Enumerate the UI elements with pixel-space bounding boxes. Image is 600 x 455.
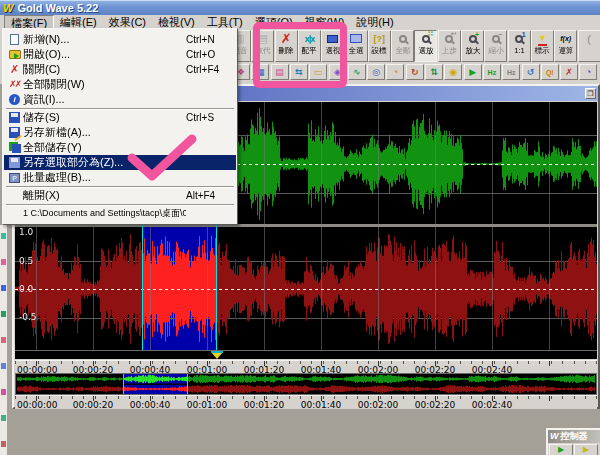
time-label: 00:02:40 <box>472 400 512 410</box>
toolbar-button-marker[interactable]: ▼標示 <box>531 30 554 62</box>
effect-icon-10[interactable]: ↻ <box>406 64 424 80</box>
file-menu-item[interactable]: 開啟(O)...Ctrl+O <box>4 47 236 62</box>
menu-file[interactable]: 檔案(F) <box>4 15 54 29</box>
effect-icon-15[interactable]: Hz <box>502 64 520 80</box>
menu-item-label: 儲存(S) <box>23 110 186 125</box>
toolbar-button-expression[interactable]: f(x)運算 <box>554 30 577 62</box>
toolbar-button-zoom-1-1[interactable]: 11:1 <box>508 30 531 62</box>
new-file-icon <box>6 33 23 46</box>
file-menu-item[interactable]: 儲存(S)Ctrl+S <box>4 110 236 125</box>
set-marker-icon: [?] <box>374 31 386 46</box>
menu-item-label: 資訊(I)... <box>23 92 186 107</box>
menu-help[interactable]: 說明(H) <box>350 15 399 29</box>
menu-view[interactable]: 檢視(V) <box>152 15 201 29</box>
menu-item-shortcut: Ctrl+S <box>186 112 234 123</box>
menu-item-label: 另存新檔(A)... <box>23 125 186 140</box>
time-label: 00:00:20 <box>73 400 113 410</box>
batch-icon: P <box>6 171 23 184</box>
annotation-highlight-rect <box>253 22 347 88</box>
edge-strip-dot <box>1 259 6 265</box>
controller-buttons: ▶▶ <box>548 443 600 455</box>
time-label: 00:02:20 <box>415 400 455 410</box>
zoom-selection-icon: ∷ <box>422 31 430 46</box>
toolbar-button-label: 運算 <box>558 46 573 55</box>
amplitude-label: 0.0 <box>19 285 33 294</box>
toolbar-button-zoom-selection[interactable]: ∷選放 <box>414 30 437 62</box>
time-label: 00:00:40 <box>130 400 170 410</box>
menu-item-shortcut: Ctrl+O <box>186 49 234 60</box>
overview-canvas[interactable] <box>16 374 596 394</box>
goldwave-logo-icon: W <box>3 3 13 14</box>
overview-time-axis: 00:00:0000:00:2000:00:4000:01:0000:01:20… <box>15 395 597 409</box>
sound-window-restore-icon[interactable]: ❐ <box>585 88 596 99</box>
play-selection-button[interactable]: ▶ <box>574 444 598 455</box>
overview-axis-ticks <box>15 396 597 399</box>
file-menu-item[interactable]: ✗關閉(C)Ctrl+F4 <box>4 62 236 77</box>
file-menu-item[interactable]: 另存新檔(A)... <box>4 125 236 140</box>
menu-effect[interactable]: 效果(C) <box>103 15 152 29</box>
zoom-1-1-icon: 1 <box>515 31 523 46</box>
file-menu-item[interactable]: 1 C:\Documents and Settings\tacp\桌面\02.舞… <box>4 206 236 221</box>
toolbar-button-show-all[interactable]: 全顯 <box>391 30 414 62</box>
toolbar-button-label: 1:1 <box>514 46 525 55</box>
zoom-out-icon: − <box>492 31 500 46</box>
menu-item-label: 全部關閉(W) <box>23 77 186 92</box>
effect-icon-16[interactable]: ↺ <box>522 64 540 80</box>
effect-icon-12[interactable]: ◉ <box>444 64 462 80</box>
toolbar-button-zoom-out[interactable]: −縮小 <box>484 30 507 62</box>
effect-icon-18[interactable]: ✗ <box>560 64 578 80</box>
effect-icon-13[interactable]: ▶ <box>464 64 482 80</box>
file-menu-item[interactable]: 新增(N)...Ctrl+N <box>4 32 236 47</box>
marker-icon: ▼ <box>538 31 547 46</box>
amplitude-label: -0.5 <box>19 313 37 322</box>
left-edge-strip <box>0 225 7 455</box>
effect-icon-9[interactable]: ◔ <box>386 64 404 80</box>
menu-item-label: 新增(N)... <box>23 32 186 47</box>
marker-strip[interactable] <box>15 350 597 359</box>
effect-icon-17[interactable]: Q! <box>541 64 559 80</box>
effect-icon-7[interactable]: ∿ <box>348 64 366 80</box>
file-menu-item[interactable]: i資訊(I)... <box>4 92 236 107</box>
file-menu-item[interactable]: P批量處理(B)... <box>4 170 236 185</box>
file-menu-item[interactable]: ✗✗全部關閉(W) <box>4 77 236 92</box>
effect-icon-11[interactable]: ⇅ <box>425 64 443 80</box>
save-as-icon <box>6 126 23 139</box>
time-label: 00:02:00 <box>358 400 398 410</box>
menu-item-label: 1 C:\Documents and Settings\tacp\桌面\02.舞… <box>23 207 186 220</box>
selection-end-marker-icon[interactable] <box>211 352 223 359</box>
time-label: 00:01:40 <box>301 400 341 410</box>
effect-icon-19[interactable]: ◔ <box>579 64 597 80</box>
toolbar-button-label: 全選 <box>348 46 363 55</box>
toolbar-button-previous-zoom[interactable]: ↩上步 <box>438 30 461 62</box>
play-button[interactable]: ▶ <box>549 444 573 455</box>
toolbar-button-label: 標示 <box>535 46 550 55</box>
toolbar-button-select-all[interactable]: 全選 <box>345 30 368 62</box>
toolbar-button-set-marker[interactable]: [?]設標 <box>368 30 391 62</box>
overview-strip[interactable] <box>15 373 597 395</box>
toolbar-button-label: 上步 <box>442 46 457 55</box>
edge-strip-dot <box>1 415 6 421</box>
menu-item-shortcut: Alt+F4 <box>186 190 234 201</box>
toolbar-button-label: 設標 <box>372 46 387 55</box>
toolbar-button-clipped[interactable]: ( <box>578 30 600 62</box>
file-menu-item[interactable]: 離開(X)Alt+F4 <box>4 188 236 203</box>
file-menu-item[interactable]: 另存選取部分為(Z)... <box>4 155 236 170</box>
select-all-icon <box>350 31 362 46</box>
menu-tool[interactable]: 工具(T) <box>201 15 249 29</box>
time-label: 00:01:20 <box>244 400 284 410</box>
menu-edit[interactable]: 編輯(E) <box>54 15 103 29</box>
controller-title-bar[interactable]: W 控制器 <box>548 430 600 443</box>
time-axis-ticks <box>15 361 597 364</box>
toolbar-button-label: 縮小 <box>488 46 503 55</box>
time-label: 00:01:00 <box>187 400 227 410</box>
edge-strip-dot <box>1 389 6 395</box>
title-bar[interactable]: W Gold Wave 5.22 <box>0 0 600 15</box>
menu-item-label: 開啟(O)... <box>23 47 186 62</box>
controller-window[interactable]: W 控制器 ▶▶ <box>546 428 600 455</box>
toolbar-button-label: 選放 <box>418 46 433 55</box>
file-menu-item[interactable]: 全部儲存(Y) <box>4 140 236 155</box>
toolbar-button-zoom-in[interactable]: +放大 <box>461 30 484 62</box>
effect-icon-14[interactable]: Hz <box>483 64 501 80</box>
effect-icon-8[interactable]: ◎ <box>367 64 385 80</box>
app-window: W Gold Wave 5.22 檔案(F)編輯(E)效果(C)檢視(V)工具(… <box>0 0 600 455</box>
